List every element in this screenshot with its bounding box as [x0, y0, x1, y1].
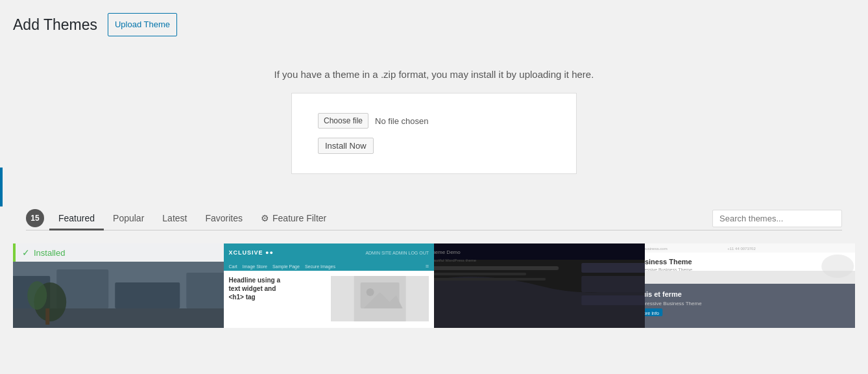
theme-card-classic[interactable]: Theme Demo Beautiful WordPress theme [434, 243, 645, 328]
theme-preview-xclusive: XCLUSIVE ●● ADMIN SITE ADMIN LOG OUT Car… [224, 243, 435, 328]
theme-preview-business: info@business.com +11 44 0073702 Busines… [645, 243, 856, 328]
svg-text:More Info: More Info [645, 311, 659, 316]
svg-rect-4 [186, 273, 223, 308]
svg-rect-8 [45, 308, 49, 325]
tab-popular[interactable]: Popular [104, 206, 153, 230]
svg-point-11 [366, 288, 374, 296]
svg-text:Theme Demo: Theme Demo [434, 249, 461, 255]
installed-label: Installed [34, 248, 65, 258]
xclusive-hamburger: ≡ [426, 263, 429, 269]
svg-rect-20 [581, 263, 644, 273]
xclusive-nav-2: Image Store [243, 264, 267, 269]
page-header: Add Themes Upload Theme [13, 13, 855, 49]
theme-card-installed[interactable]: ✓ Installed [13, 243, 224, 328]
svg-rect-18 [434, 273, 526, 275]
theme-card-business[interactable]: info@business.com +11 44 0073702 Busines… [645, 243, 856, 328]
tab-favorites[interactable]: Favorites [196, 206, 252, 230]
xclusive-logo: XCLUSIVE ●● [229, 249, 274, 256]
svg-text:Duis et ferme: Duis et ferme [645, 290, 682, 298]
check-icon: ✓ [22, 247, 30, 258]
page-title: Add Themes [13, 16, 97, 34]
installed-banner: ✓ Installed [13, 243, 224, 262]
svg-rect-3 [115, 282, 180, 308]
page-wrapper: Add Themes Upload Theme If you have a th… [0, 0, 868, 374]
xclusive-image-box [331, 276, 429, 321]
xclusive-nav-3: Sample Page [272, 264, 300, 269]
xclusive-nav: Cart Image Store Sample Page Secure Imag… [224, 262, 435, 271]
file-input-row: Choose file No file chosen [318, 113, 550, 129]
upload-section: If you have a theme in a .zip format, yo… [13, 49, 855, 193]
tabs-section: 15 Featured Popular Latest Favorites ⚙ F… [13, 206, 855, 231]
theme-preview-classic: Theme Demo Beautiful WordPress theme [434, 243, 645, 328]
no-file-label: No file chosen [375, 116, 428, 126]
svg-text:+11 44 0073702: +11 44 0073702 [727, 247, 756, 251]
classic-preview-svg: Theme Demo Beautiful WordPress theme [434, 243, 645, 328]
svg-rect-19 [434, 278, 546, 280]
svg-rect-21 [581, 276, 644, 292]
xclusive-nav-4: Secure Images [305, 264, 335, 269]
svg-text:Beautiful WordPress theme: Beautiful WordPress theme [434, 258, 477, 262]
svg-point-36 [821, 255, 854, 278]
xclusive-preview-img [331, 276, 429, 321]
business-preview-svg: info@business.com +11 44 0073702 Busines… [645, 243, 856, 328]
install-now-button[interactable]: Install Now [318, 138, 374, 154]
xclusive-nav-1: Cart [229, 264, 237, 269]
gear-icon: ⚙ [261, 213, 269, 223]
upload-box: Choose file No file chosen Install Now [291, 93, 577, 174]
svg-point-7 [27, 281, 47, 310]
svg-text:info@business.com: info@business.com [645, 247, 668, 251]
xclusive-nav-right: ADMIN SITE ADMIN LOG OUT [365, 251, 429, 255]
svg-text:Impressive Business Theme: Impressive Business Theme [645, 301, 702, 306]
xclusive-main: Headline using atext widget and<h1> tag [229, 276, 327, 321]
svg-rect-35 [645, 271, 856, 284]
svg-rect-14 [434, 243, 645, 260]
left-indicator [0, 168, 3, 206]
svg-rect-17 [434, 266, 559, 270]
tab-latest[interactable]: Latest [153, 206, 196, 230]
tab-featured[interactable]: Featured [49, 206, 104, 230]
tabs-bar: 15 Featured Popular Latest Favorites ⚙ F… [26, 206, 842, 231]
themes-grid: ✓ Installed [13, 243, 855, 328]
xclusive-title: Headline using atext widget and<h1> tag [229, 276, 327, 301]
theme-card-xclusive[interactable]: XCLUSIVE ●● ADMIN SITE ADMIN LOG OUT Car… [224, 243, 435, 328]
choose-file-button[interactable]: Choose file [318, 113, 368, 129]
feature-filter-button[interactable]: ⚙ Feature Filter [252, 206, 335, 230]
svg-rect-22 [581, 295, 644, 305]
upload-instruction: If you have a theme in a .zip format, yo… [26, 69, 842, 80]
themes-count-badge: 15 [26, 209, 44, 227]
feature-filter-label: Feature Filter [272, 213, 326, 223]
search-themes-input[interactable] [712, 210, 842, 227]
xclusive-body: Headline using atext widget and<h1> tag [224, 271, 435, 327]
upload-theme-button[interactable]: Upload Theme [108, 13, 177, 36]
svg-text:Business Theme: Business Theme [645, 258, 692, 266]
xclusive-header: XCLUSIVE ●● ADMIN SITE ADMIN LOG OUT [224, 243, 435, 262]
